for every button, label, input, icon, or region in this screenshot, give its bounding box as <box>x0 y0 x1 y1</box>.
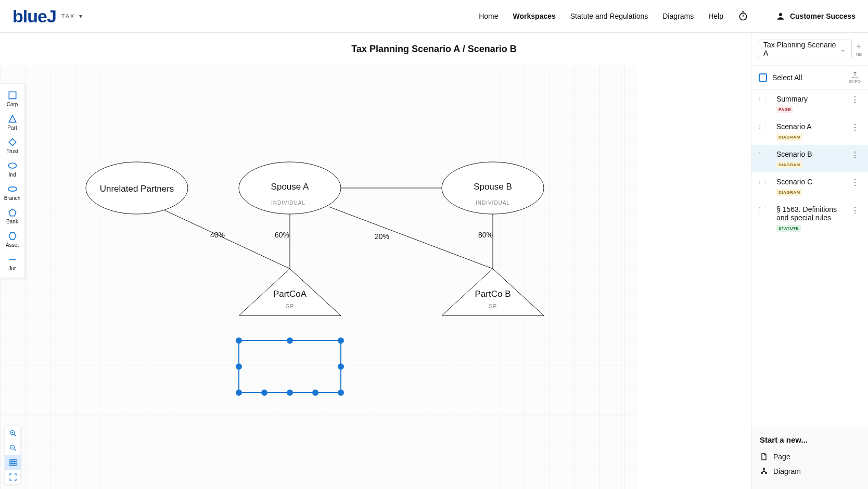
selected-shape[interactable] <box>236 337 344 396</box>
shape-asset[interactable]: Asset <box>0 228 24 251</box>
drag-handle-icon[interactable]: ⋮⋮ <box>757 179 768 185</box>
drag-handle-icon[interactable]: ⋮⋮ <box>757 207 768 212</box>
svg-text:INDIVIDUAL: INDIVIDUAL <box>476 200 510 206</box>
svg-point-18 <box>287 337 293 344</box>
svg-rect-42 <box>10 459 16 466</box>
list-item-1[interactable]: ⋮⋮Scenario ADIAGRAM⋮ <box>751 117 868 145</box>
docbar: Tax Planning Scenario A / Scenario B DOW… <box>0 33 868 66</box>
chevron-down-icon: ⌄ <box>840 45 846 53</box>
svg-point-22 <box>236 390 242 396</box>
shape-bank[interactable]: Bank <box>0 204 24 228</box>
ellipse-icon <box>7 160 18 171</box>
ellipse-wide-icon <box>7 184 18 194</box>
shape-ind[interactable]: Ind <box>0 157 24 181</box>
svg-rect-16 <box>239 341 341 393</box>
new-diagram-button[interactable]: Diagram <box>760 464 860 479</box>
stopwatch-icon[interactable] <box>738 11 748 21</box>
new-page-button[interactable]: Page <box>760 449 860 464</box>
edge-label-40: 40% <box>210 231 225 239</box>
more-icon[interactable]: ⋮ <box>849 123 861 132</box>
list-item-4[interactable]: ⋮⋮§ 1563. Definitions and special rulesS… <box>751 200 868 236</box>
svg-marker-32 <box>9 209 16 216</box>
item-tag: DIAGRAM <box>776 161 802 168</box>
zoom-in-button[interactable] <box>5 426 21 441</box>
svg-point-49 <box>765 472 767 474</box>
item-list: ⋮⋮SummaryPAGE⋮⋮⋮Scenario ADIAGRAM⋮⋮⋮Scen… <box>751 90 868 429</box>
node-spouse-b[interactable]: Spouse B INDIVIDUAL <box>442 162 544 214</box>
list-item-0[interactable]: ⋮⋮SummaryPAGE⋮ <box>751 90 868 117</box>
nav-workspaces[interactable]: Workspaces <box>513 12 556 20</box>
more-icon[interactable]: ⋮ <box>849 151 861 159</box>
nav-statute[interactable]: Statute and Regulations <box>570 12 648 20</box>
export-button[interactable]: EXPO <box>849 71 861 84</box>
nav-links: Home Workspaces Statute and Regulations … <box>479 11 856 21</box>
zoom-controls <box>4 425 21 485</box>
nav-home[interactable]: Home <box>479 12 498 20</box>
shape-jur[interactable]: Jur <box>0 251 24 274</box>
canvas[interactable]: 40% 60% 20% 80% Unrelated Partners Spous… <box>0 66 638 489</box>
svg-point-25 <box>312 390 318 396</box>
svg-marker-28 <box>9 115 16 122</box>
more-icon[interactable]: ⋮ <box>849 206 861 215</box>
logo-brand: blueJ <box>12 6 56 27</box>
fit-icon <box>9 473 17 481</box>
svg-point-31 <box>8 187 17 191</box>
select-all-checkbox[interactable] <box>759 73 767 82</box>
svg-text:INDIVIDUAL: INDIVIDUAL <box>271 200 305 206</box>
shape-trust[interactable]: Trust <box>0 134 24 157</box>
shape-corp[interactable]: Corp <box>0 87 24 110</box>
user-icon <box>775 11 786 21</box>
more-icon[interactable]: ⋮ <box>849 96 861 104</box>
svg-rect-27 <box>9 92 16 98</box>
node-partco-b[interactable]: PartCo B GP <box>442 269 544 316</box>
edge-label-80: 80% <box>478 231 493 239</box>
drag-handle-icon[interactable]: ⋮⋮ <box>757 96 768 102</box>
svg-point-21 <box>338 363 344 370</box>
svg-text:Unrelated Partners: Unrelated Partners <box>100 184 174 194</box>
svg-point-48 <box>761 472 763 474</box>
product-switcher-caret[interactable]: ▾ <box>79 12 82 20</box>
edge-spouseA-partB[interactable] <box>329 207 493 269</box>
grid-toggle-button[interactable] <box>5 455 21 470</box>
nav-help[interactable]: Help <box>708 12 723 20</box>
shape-branch[interactable]: Branch <box>0 181 24 204</box>
node-partco-a[interactable]: PartCoA GP <box>239 269 341 316</box>
drag-handle-icon[interactable]: ⋮⋮ <box>757 124 768 130</box>
svg-text:Spouse A: Spouse A <box>271 182 309 192</box>
fit-screen-button[interactable] <box>5 470 21 484</box>
logo-tax: TAX <box>61 13 75 19</box>
list-item-3[interactable]: ⋮⋮Scenario CDIAGRAM⋮ <box>751 172 868 200</box>
zoom-out-button[interactable] <box>5 441 21 455</box>
svg-point-1 <box>779 13 782 16</box>
diamond-icon <box>7 137 18 147</box>
scenario-select[interactable]: Tax Planning Scenario A ⌄ <box>758 40 852 58</box>
diagram-icon <box>760 467 768 475</box>
select-all-row: Select All EXPO <box>751 66 868 90</box>
logo[interactable]: blueJ <box>12 6 56 27</box>
node-unrelated-partners[interactable]: Unrelated Partners <box>86 162 188 214</box>
user-name: Customer Success <box>790 12 856 20</box>
new-workspace-button[interactable]: + NE <box>856 41 862 57</box>
svg-text:PartCoA: PartCoA <box>273 289 307 299</box>
right-sidebar: Tax Planning Scenario A ⌄ + NE Select Al… <box>751 33 868 489</box>
pentagon-icon <box>7 207 18 218</box>
select-all-label: Select All <box>772 73 802 82</box>
more-icon[interactable]: ⋮ <box>849 179 861 187</box>
svg-text:GP: GP <box>489 304 497 309</box>
item-title: Scenario B <box>776 150 845 158</box>
list-item-2[interactable]: ⋮⋮Scenario BDIAGRAM⋮ <box>751 145 868 172</box>
topbar: blueJ TAX ▾ Home Workspaces Statute and … <box>0 0 868 33</box>
nav-diagrams[interactable]: Diagrams <box>662 12 694 20</box>
zoom-in-icon <box>9 429 17 437</box>
svg-text:GP: GP <box>286 304 294 309</box>
user-block[interactable]: Customer Success <box>775 11 856 21</box>
item-tag: DIAGRAM <box>776 134 802 141</box>
drag-handle-icon[interactable]: ⋮⋮ <box>757 152 768 157</box>
node-spouse-a[interactable]: Spouse A INDIVIDUAL <box>239 162 341 214</box>
page-icon <box>760 453 768 461</box>
line-icon <box>7 254 18 265</box>
export-icon <box>851 71 859 79</box>
svg-point-20 <box>236 363 242 370</box>
shape-part[interactable]: Part <box>0 110 24 134</box>
svg-text:PartCo B: PartCo B <box>475 289 511 299</box>
